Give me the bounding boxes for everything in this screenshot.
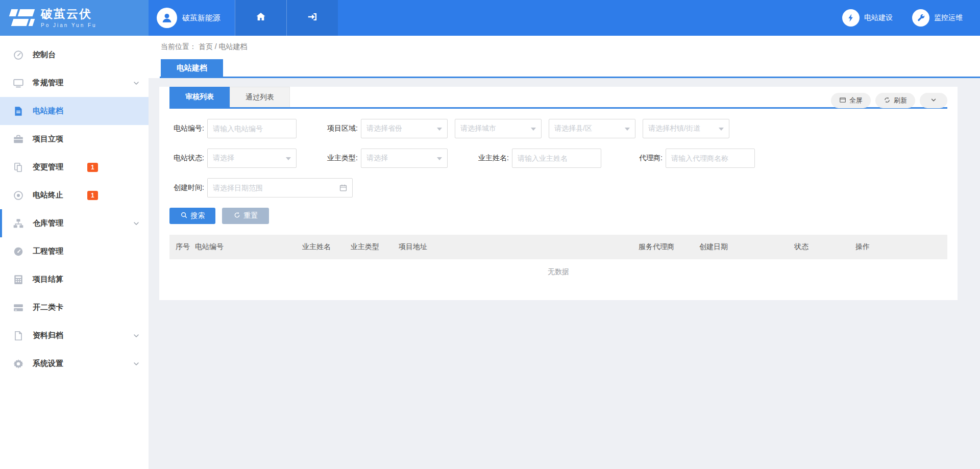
search-button[interactable]: 搜索	[169, 208, 215, 224]
caret-down-icon	[437, 128, 442, 131]
sidebar-item-11[interactable]: 系统设置	[0, 350, 149, 378]
reset-button[interactable]: 重置	[222, 208, 269, 224]
table-header: 序号电站编号业主姓名业主类型项目地址服务代理商创建日期状态操作	[169, 235, 947, 259]
brand-subtitle: Po Jian Yun Fu	[41, 22, 97, 28]
dashboard-icon	[13, 50, 24, 61]
chevron-down-icon	[132, 332, 140, 340]
sidebar-item-6[interactable]: 仓库管理	[0, 209, 149, 237]
search-label: 搜索	[191, 211, 205, 220]
station-status-select[interactable]: 请选择	[207, 149, 297, 168]
page-content: 全屏 刷新 审核列表 通	[149, 78, 980, 469]
chevron-down-icon	[132, 79, 140, 87]
sidebar-item-label: 仓库管理	[33, 218, 63, 228]
town-select[interactable]: 请选择村镇/街道	[643, 119, 729, 138]
list-card: 全屏 刷新 审核列表 通	[159, 87, 958, 300]
tab-passed-list[interactable]: 通过列表	[230, 87, 290, 107]
owner-type-select[interactable]: 请选择	[361, 149, 448, 168]
county-select[interactable]: 请选择县/区	[549, 119, 635, 138]
column-header-6: 创建日期	[699, 242, 794, 252]
slash-logo-icon	[10, 8, 35, 28]
select-placeholder: 请选择县/区	[554, 124, 592, 133]
archive-icon	[13, 330, 24, 341]
sidebar-item-1[interactable]: 常规管理	[0, 69, 149, 97]
app-header: 破茧云伏 Po Jian Yun Fu 破茧新能源 电站建设	[0, 0, 980, 36]
column-header-5: 服务代理商	[639, 242, 699, 252]
gear-icon	[13, 358, 24, 369]
avatar-person-icon	[157, 8, 177, 28]
sidebar-item-4[interactable]: 变更管理1	[0, 153, 149, 181]
sidebar-item-label: 常规管理	[33, 78, 63, 88]
sidebar-item-10[interactable]: 资料归档	[0, 322, 149, 350]
province-select[interactable]: 请选择省份	[361, 119, 448, 138]
notification-badge: 1	[87, 191, 98, 200]
chevron-down-icon	[132, 219, 140, 228]
document-icon	[13, 106, 24, 117]
logout-button[interactable]	[286, 0, 338, 36]
breadcrumb-prefix: 当前位置：	[161, 42, 197, 51]
create-time-range-input[interactable]	[207, 178, 353, 198]
sidebar-item-9[interactable]: 开二类卡	[0, 293, 149, 322]
home-button[interactable]	[235, 0, 286, 36]
select-placeholder: 请选择城市	[460, 124, 496, 133]
owner-name-label: 业主姓名:	[474, 154, 509, 163]
home-icon	[255, 11, 266, 24]
user-menu[interactable]: 破茧新能源	[149, 0, 235, 36]
agent-label: 代理商:	[628, 154, 663, 163]
nav-monitoring-ops[interactable]: 监控运维	[912, 9, 963, 27]
nav-monitoring-ops-label: 监控运维	[934, 13, 963, 22]
card-icon	[13, 302, 24, 313]
sidebar-item-label: 资料归档	[33, 331, 63, 340]
column-header-4: 项目地址	[399, 242, 639, 252]
login-arrow-icon	[307, 11, 318, 24]
owner-name-input[interactable]	[512, 149, 601, 168]
caret-down-icon	[719, 128, 724, 131]
sidebar-item-8[interactable]: 项目结算	[0, 265, 149, 293]
sidebar-item-2[interactable]: 电站建档	[0, 97, 149, 125]
sidebar: 控制台常规管理电站建档项目立项变更管理1电站终止1仓库管理工程管理项目结算开二类…	[0, 36, 149, 469]
nav-station-construction-label: 电站建设	[864, 13, 893, 22]
station-status-label: 电站状态:	[169, 154, 204, 163]
nav-station-construction[interactable]: 电站建设	[842, 9, 893, 27]
column-header-0: 序号	[176, 242, 195, 252]
region-label: 项目区域:	[323, 124, 358, 133]
caret-down-icon	[286, 157, 291, 160]
column-header-8: 操作	[855, 242, 947, 252]
filter-form: 电站编号: 项目区域: 请选择省份请选择城市请选择县/区请选择村镇/街道 电站状…	[169, 119, 947, 224]
column-header-2: 业主姓名	[302, 242, 351, 252]
page-tab-station-archive[interactable]: 电站建档	[161, 59, 223, 77]
select-placeholder: 请选择村镇/街道	[648, 124, 700, 133]
sitemap-icon	[13, 218, 24, 229]
caret-down-icon	[625, 128, 630, 131]
sidebar-item-label: 控制台	[33, 50, 56, 60]
select-placeholder: 请选择省份	[366, 124, 402, 133]
wrench-icon	[912, 9, 929, 27]
sidebar-item-label: 项目立项	[33, 134, 63, 144]
caret-down-icon	[531, 128, 536, 131]
sidebar-item-label: 项目结算	[33, 275, 63, 284]
sidebar-item-5[interactable]: 电站终止1	[0, 181, 149, 209]
brand-title: 破茧云伏	[41, 8, 97, 20]
station-no-input[interactable]	[207, 119, 297, 138]
create-time-label: 创建时间:	[169, 183, 204, 192]
reset-label: 重置	[244, 211, 258, 220]
search-icon	[180, 211, 188, 220]
agent-input[interactable]	[666, 149, 755, 168]
breadcrumb: 当前位置： 首页 / 电站建档	[161, 42, 248, 52]
sidebar-item-7[interactable]: 工程管理	[0, 237, 149, 265]
owner-type-placeholder: 请选择	[366, 154, 388, 163]
target-icon	[13, 190, 24, 201]
sidebar-item-0[interactable]: 控制台	[0, 41, 149, 69]
filter-actions: 搜索 重置	[169, 208, 947, 224]
tab-review-list[interactable]: 审核列表	[169, 87, 230, 107]
sidebar-item-3[interactable]: 项目立项	[0, 125, 149, 153]
chevron-down-icon	[132, 360, 140, 368]
breadcrumb-path: 首页 / 电站建档	[199, 42, 248, 51]
reset-icon	[233, 211, 241, 220]
sidebar-item-label: 系统设置	[33, 359, 63, 368]
station-no-label: 电站编号:	[169, 124, 204, 133]
sidebar-item-label: 电站终止	[33, 190, 63, 200]
brand-logo: 破茧云伏 Po Jian Yun Fu	[0, 0, 149, 36]
city-select[interactable]: 请选择城市	[455, 119, 542, 138]
gauge-icon	[13, 246, 24, 257]
sidebar-item-label: 工程管理	[33, 246, 63, 256]
